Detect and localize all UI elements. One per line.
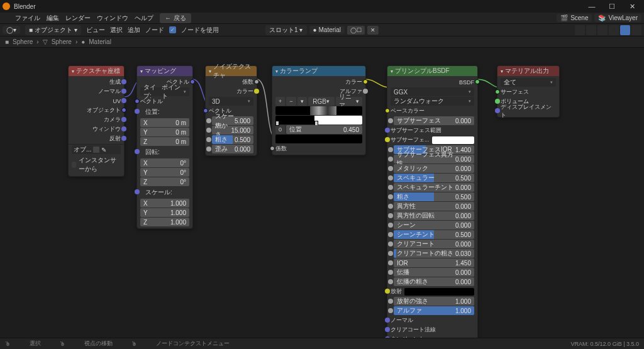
- socket-vector-out[interactable]: [190, 79, 195, 84]
- socket-fac-in[interactable]: [270, 146, 275, 151]
- rot-z[interactable]: Z0°: [140, 177, 189, 186]
- socket-window[interactable]: [121, 126, 126, 131]
- socket-rotation[interactable]: [135, 149, 140, 154]
- socket-color-out[interactable]: [254, 89, 259, 94]
- tool-icon-4[interactable]: [609, 25, 619, 35]
- minimize-button[interactable]: —: [582, 1, 601, 12]
- bsdf-param-15[interactable]: IOR1.450: [394, 258, 474, 267]
- socket-generated[interactable]: [121, 79, 126, 84]
- close-button[interactable]: ✕: [623, 1, 641, 12]
- ramp-interp[interactable]: RGB ▾: [308, 97, 335, 106]
- socket-detail[interactable]: [206, 128, 211, 133]
- bsdf-param-7[interactable]: スペキュラーチント0.000: [394, 183, 474, 192]
- ramp-stop-1[interactable]: [275, 121, 279, 126]
- node-noise-texture[interactable]: ▾ノイズテクスチャ 係数 カラー 3D▾ ベクトル スケール5.000 細かさ1…: [205, 65, 257, 156]
- tool-icon-6[interactable]: [631, 25, 641, 35]
- slot-select[interactable]: スロット1▾: [265, 25, 307, 35]
- socket-clearcoat-normal[interactable]: [385, 327, 390, 332]
- node-header[interactable]: ▾カラーランプ: [272, 66, 365, 76]
- node-canvas[interactable]: ▾テクスチャ座標 生成 ノーマル UV オブジェクト カメラ ウィンドウ 反射 …: [0, 48, 644, 337]
- socket-alpha-out[interactable]: [363, 89, 368, 94]
- socket-vector-in[interactable]: [135, 99, 140, 104]
- tool-icon-1[interactable]: [575, 25, 585, 35]
- noise-roughness[interactable]: 粗さ0.500: [212, 135, 253, 144]
- back-button[interactable]: ←戻る: [160, 13, 191, 23]
- ramp-menu-button[interactable]: ▾: [297, 97, 307, 106]
- loc-y[interactable]: Y0 m: [140, 128, 189, 136]
- menu-file[interactable]: ファイル: [15, 14, 40, 23]
- ramp-position[interactable]: 位置0.450: [286, 125, 362, 134]
- color-ramp-gradient[interactable]: [275, 116, 362, 125]
- scale-y[interactable]: Y1.000: [140, 208, 189, 217]
- instancer-checkbox[interactable]: インスタンサーから: [69, 155, 124, 175]
- node-header[interactable]: ▾プリンシプルBSDF: [387, 66, 477, 76]
- bsdf-param-4[interactable]: サブサーフェス異方性0.000: [394, 155, 474, 163]
- menu-help[interactable]: ヘルプ: [135, 14, 153, 23]
- loc-x[interactable]: X0 m: [140, 118, 189, 127]
- node-color-ramp[interactable]: ▾カラーランプ カラー アルファ + − ▾ RGB ▾ リニア ▾ 0 位置0…: [272, 65, 366, 155]
- node-header[interactable]: ▾テクスチャ座標: [69, 66, 124, 76]
- node-texture-coordinate[interactable]: ▾テクスチャ座標 生成 ノーマル UV オブジェクト カメラ ウィンドウ 反射 …: [68, 65, 125, 177]
- bsdf-param-13[interactable]: クリアコート0.000: [394, 240, 474, 248]
- bsdf-param-0[interactable]: サブサーフェス0.000: [394, 116, 474, 125]
- menu-window[interactable]: ウィンドウ: [97, 14, 128, 23]
- material-new-button[interactable]: ✕: [367, 26, 379, 35]
- socket-scale[interactable]: [135, 189, 140, 194]
- socket-object[interactable]: [121, 108, 126, 113]
- tool-icon-5[interactable]: [620, 25, 630, 35]
- menu-view[interactable]: ビュー: [86, 26, 105, 35]
- rot-x[interactable]: X0°: [140, 158, 189, 167]
- loc-z[interactable]: Z0 m: [140, 137, 189, 146]
- socket-roughness[interactable]: [206, 137, 211, 142]
- tool-icon-2[interactable]: [586, 25, 596, 35]
- menu-node[interactable]: ノード: [145, 26, 164, 35]
- socket-vector-in[interactable]: [203, 108, 208, 113]
- socket-distortion[interactable]: [206, 147, 211, 152]
- maximize-button[interactable]: ☐: [602, 1, 621, 12]
- noise-detail[interactable]: 細かさ15.000: [212, 126, 253, 135]
- ramp-remove-button[interactable]: −: [286, 97, 296, 106]
- noise-dimensions[interactable]: 3D▾: [209, 97, 253, 106]
- crumb-material[interactable]: Material: [89, 38, 111, 45]
- menu-render[interactable]: レンダー: [65, 14, 91, 23]
- mapping-type[interactable]: タイプ:ポイント▾: [140, 87, 189, 96]
- scale-z[interactable]: Z1.000: [140, 218, 189, 226]
- socket-camera[interactable]: [121, 117, 126, 122]
- socket-surface[interactable]: [495, 89, 500, 94]
- bsdf-param-1[interactable]: サブサーフェス範囲: [387, 126, 477, 135]
- socket-uv[interactable]: [121, 98, 126, 103]
- bsdf-param-14[interactable]: クリアコートの粗さ0.030: [394, 249, 474, 258]
- bsdf-param-11[interactable]: シーン0.000: [394, 221, 474, 230]
- menu-add[interactable]: 追加: [128, 26, 140, 35]
- menu-select[interactable]: 選択: [110, 26, 123, 35]
- bsdf-param-6[interactable]: スペキュラー0.500: [394, 174, 474, 182]
- bsdf-distribution[interactable]: GGX▾: [391, 87, 474, 96]
- socket-normal[interactable]: [385, 318, 390, 323]
- socket-reflection[interactable]: [121, 136, 126, 141]
- scale-x[interactable]: X1.000: [140, 199, 189, 208]
- node-principled-bsdf[interactable]: ▾プリンシプルBSDF BSDF GGX▾ ランダムウォーク▾ ベースカラー サ…: [387, 65, 478, 346]
- menu-edit[interactable]: 編集: [47, 14, 59, 23]
- socket-color-out[interactable]: [363, 79, 368, 84]
- ramp-color-swatch[interactable]: [275, 135, 362, 143]
- ramp-index[interactable]: 0: [275, 125, 285, 134]
- material-pin-button[interactable]: ◯☐: [347, 26, 365, 35]
- socket-normal[interactable]: [121, 89, 126, 94]
- bsdf-param-8[interactable]: 粗さ0.500: [394, 192, 474, 201]
- socket-displacement[interactable]: [495, 108, 500, 113]
- tool-icon-3[interactable]: [597, 25, 608, 35]
- use-nodes-checkbox[interactable]: ✓: [169, 26, 176, 33]
- bsdf-param-10[interactable]: 異方性の回転0.000: [394, 211, 474, 220]
- editor-type-icon[interactable]: ◯▾: [3, 26, 20, 34]
- socket-location[interactable]: [135, 109, 140, 114]
- node-mapping[interactable]: ▾マッピング ベクトル タイプ:ポイント▾ ベクトル 位置: X0 m Y0 m…: [136, 65, 193, 229]
- socket-emission[interactable]: [385, 289, 390, 294]
- node-material-output[interactable]: ▾マテリアル出力 全て▾ サーフェス ボリューム ディスプレイスメント: [497, 65, 560, 118]
- crumb-mesh[interactable]: Sphere: [52, 38, 72, 45]
- material-select[interactable]: ●Material: [309, 26, 345, 34]
- node-header[interactable]: ▾ノイズテクスチャ: [206, 66, 257, 76]
- bsdf-param-5[interactable]: メタリック0.000: [394, 164, 474, 173]
- output-target[interactable]: 全て▾: [501, 78, 556, 87]
- bsdf-param-16[interactable]: 伝播0.000: [394, 268, 474, 277]
- bsdf-subsurface-method[interactable]: ランダムウォーク▾: [391, 97, 474, 106]
